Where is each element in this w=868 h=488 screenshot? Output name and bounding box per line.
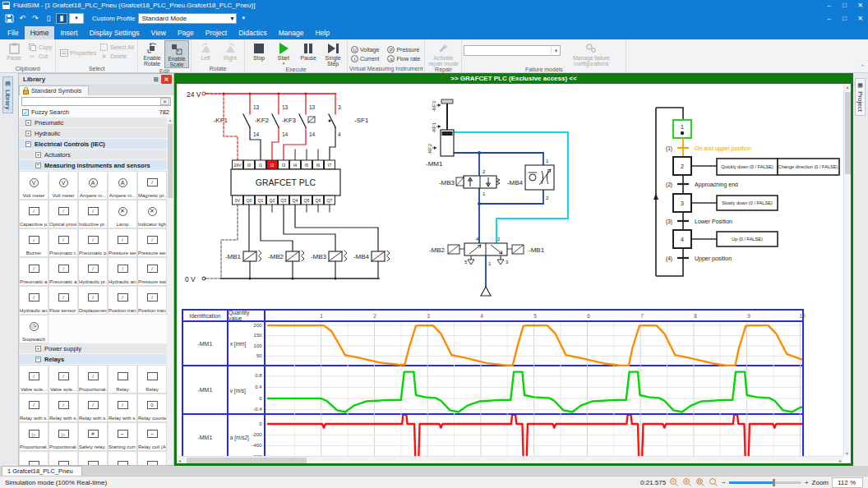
library-item-indicator-light[interactable]: ✕Indicator light: [137, 200, 167, 228]
library-item-relay-counter[interactable]: 0Relay counter: [137, 394, 167, 422]
library-item-relay-coil-ac[interactable]: ~Relay coil (AC): [137, 422, 167, 451]
library-item-relay-with-s[interactable]: /Relay with s...: [19, 394, 48, 422]
canvas-hscrollbar[interactable]: ◂ ▸: [177, 456, 843, 463]
save-icon[interactable]: [3, 13, 15, 24]
plc-block[interactable]: 24VI0I1I2I3I4I5I6I7 GRAFCET PLC 0VQ0Q1Q2…: [231, 160, 340, 205]
library-item-pressure-swi[interactable]: /Pressure swi...: [137, 257, 167, 286]
zoom-selection-icon[interactable]: [709, 477, 718, 487]
library-item[interactable]: [78, 451, 108, 465]
zoom-minus-label[interactable]: −: [722, 479, 726, 486]
valve-solenoid-coil-mb3[interactable]: [329, 251, 347, 279]
delete-button[interactable]: ✕ Delete: [98, 52, 136, 61]
grafcet-step-3[interactable]: 3: [673, 194, 691, 212]
zoom-out-icon[interactable]: [669, 477, 679, 487]
undo-icon[interactable]: ↶: [16, 13, 28, 24]
chart-row-x-mm[interactable]: -MM1x [mm]20015010050: [183, 322, 802, 366]
tab-file[interactable]: File: [2, 26, 25, 39]
contact-sf1[interactable]: 3 4 -SF1: [329, 94, 369, 160]
start-button[interactable]: Start ▾: [271, 40, 296, 67]
collapse-icon[interactable]: −: [35, 163, 41, 168]
library-section-electrical-controls-iec[interactable]: −Electrical Controls (IEC): [19, 139, 167, 150]
hscroll-thumb[interactable]: [187, 458, 307, 463]
library-item-inductive-pr[interactable]: /Inductive pr...: [78, 200, 108, 228]
library-item-lamp[interactable]: ✕Lamp: [108, 200, 137, 228]
canvas-vscrollbar[interactable]: ▴ ▾: [843, 84, 851, 456]
library-item[interactable]: [19, 451, 48, 465]
enable-rotate-button[interactable]: Enable Rotate: [140, 40, 164, 67]
cylinder-mm1[interactable]: -KF3 -KF1 -KF2 -MM1: [426, 99, 454, 168]
library-item-hydraulic-an[interactable]: /Hydraulic an...: [108, 257, 137, 286]
profile-mode-select[interactable]: Standard Mode ▾: [138, 13, 237, 24]
rotate-right-button[interactable]: Right: [218, 40, 242, 61]
close-icon[interactable]: ✕: [161, 75, 172, 84]
library-item-stopwatch[interactable]: ◷Stopwatch: [19, 315, 48, 343]
valve-52-main[interactable]: 4 2 -MB2: [429, 237, 545, 266]
qat-overflow-icon[interactable]: ▾: [242, 15, 245, 21]
tab-manage[interactable]: Manage: [273, 26, 310, 39]
library-section-power-supply[interactable]: +Power supply: [19, 343, 167, 354]
library-section-actuators[interactable]: +Actuators: [19, 150, 167, 160]
contact-kf1[interactable]: 13 14 -KF1: [214, 94, 261, 160]
expand-icon[interactable]: +: [35, 152, 41, 158]
tab-didactics[interactable]: Didactics: [233, 26, 272, 39]
library-item-magnetic-pr[interactable]: /Magnetic pr...: [137, 171, 167, 200]
tab-view[interactable]: View: [145, 26, 172, 39]
expand-icon[interactable]: +: [25, 131, 31, 136]
library-item-pneumatic-a[interactable]: /Pneumatic a...: [19, 257, 48, 286]
library-item-volt-meter[interactable]: VVolt meter: [48, 171, 78, 200]
valve-solenoid-coil-mb1[interactable]: [243, 251, 261, 279]
library-item-pressure-sen[interactable]: /Pressure sen...: [137, 228, 167, 257]
air-supply-symbol[interactable]: [481, 287, 491, 296]
library-item-ampere-m[interactable]: AAmpere m...: [108, 171, 137, 200]
pin-icon[interactable]: ⊟: [151, 76, 161, 83]
library-item-buzzer[interactable]: ♪Buzzer: [19, 228, 48, 257]
cut-button[interactable]: ✂ Cut: [26, 52, 53, 61]
tab-project[interactable]: Project: [200, 26, 233, 39]
grafcet-step-1[interactable]: 1: [673, 120, 691, 138]
scroll-right-icon[interactable]: ▸: [839, 458, 842, 463]
clear-search-icon[interactable]: ✕: [160, 98, 169, 105]
library-item-relay-with-s[interactable]: /Relay with s...: [108, 394, 137, 422]
chart-row-v-m-s[interactable]: -MM1v [m/s]0.80.40-0.4: [183, 366, 802, 415]
library-item-proportional[interactable]: ▷Proportional...: [19, 422, 48, 451]
library-item-relay[interactable]: Relay: [137, 365, 167, 394]
zoom-plus-label[interactable]: +: [805, 479, 809, 486]
chart-row-a-m-s2[interactable]: -MM1a [m/s2]0-200-400-600: [183, 415, 802, 459]
library-item-relay[interactable]: Relay: [108, 365, 137, 394]
library-item-capacitive-p[interactable]: /Capacitive p...: [19, 200, 48, 228]
scroll-up-icon[interactable]: ▴: [846, 85, 848, 90]
grafcet-step-4[interactable]: 4: [673, 230, 691, 248]
valve-solenoid-coil-mb2[interactable]: [286, 251, 304, 279]
library-item-ampere-m[interactable]: AAmpere m...: [78, 171, 108, 200]
canvas-area[interactable]: 24 V 13 14 -KF1: [177, 84, 851, 463]
vscroll-thumb[interactable]: [845, 92, 851, 174]
tab-help[interactable]: Help: [309, 26, 335, 39]
scroll-down-icon[interactable]: ▾: [846, 450, 848, 456]
library-item-starting-curr[interactable]: ⌐Starting curr...: [108, 422, 137, 451]
flow-rate-button[interactable]: q Flow rate: [386, 54, 422, 63]
valve-mb3[interactable]: 2 1 -MB3: [439, 169, 500, 196]
library-item-flow-sensor[interactable]: /Flow sensor ...: [48, 286, 78, 315]
zoom-slider-knob[interactable]: [773, 479, 775, 486]
tab-page[interactable]: Page: [172, 26, 200, 39]
minimize-icon[interactable]: –: [821, 2, 837, 9]
start-dropdown-icon[interactable]: ▾: [283, 61, 285, 67]
collapse-icon[interactable]: −: [25, 141, 31, 147]
grafcet-step-2[interactable]: 2: [673, 157, 691, 175]
tab-insert[interactable]: Insert: [54, 26, 83, 39]
library-item-proportional[interactable]: ▷Proportional...: [48, 422, 78, 451]
paste-button[interactable]: Paste: [2, 40, 26, 61]
new-page-icon[interactable]: ▯: [43, 13, 54, 24]
failure-model-select[interactable]: ▾: [464, 45, 561, 56]
close-icon[interactable]: ✕: [852, 2, 868, 9]
library-item-position-tran[interactable]: /Position tran...: [137, 286, 167, 315]
library-item-displacemen[interactable]: /Displacemen...: [78, 286, 108, 315]
pause-button[interactable]: Pause: [296, 40, 321, 61]
child-restore-icon[interactable]: □: [837, 15, 852, 22]
child-close-icon[interactable]: ✕: [852, 15, 868, 22]
library-item-hydraulic-an[interactable]: /Hydraulic an...: [19, 286, 48, 315]
select-all-button[interactable]: Select All: [98, 43, 136, 52]
layout-selector-icon[interactable]: ▾: [69, 13, 84, 24]
tab-display-settings[interactable]: Display Settings: [84, 26, 145, 39]
throttle-valve-mb4[interactable]: 1 2 -MB4: [507, 159, 554, 200]
